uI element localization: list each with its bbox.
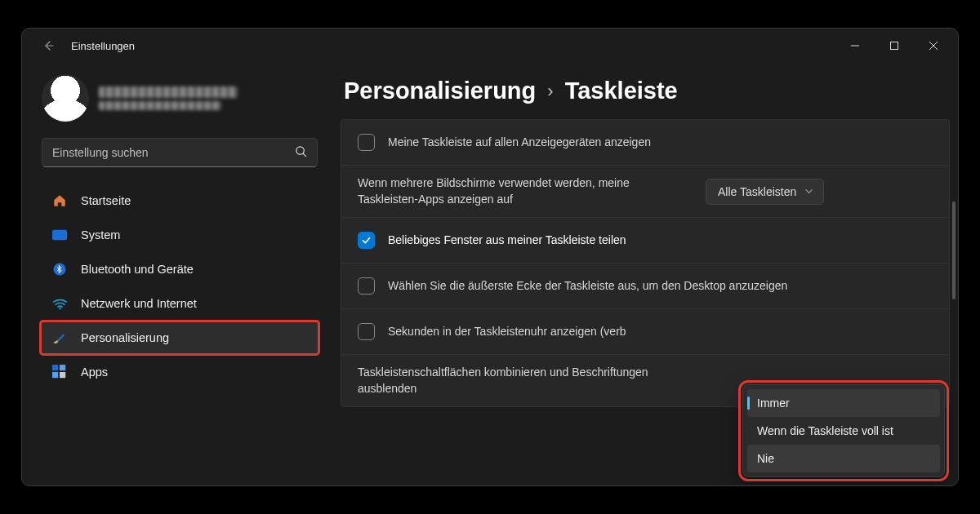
search-icon — [295, 145, 307, 161]
chevron-right-icon: › — [547, 81, 553, 102]
breadcrumb-parent[interactable]: Personalisierung — [344, 78, 536, 104]
sidebar-item-personalization[interactable]: Personalisierung — [42, 322, 318, 353]
popup-item-label: Nie — [757, 452, 774, 465]
window-title: Einstellungen — [71, 40, 135, 52]
row-label: Taskleistenschaltflächen kombinieren und… — [358, 365, 693, 397]
checkbox[interactable] — [358, 232, 375, 249]
row-clock-seconds[interactable]: Sekunden in der Taskleistenuhr anzeigen … — [341, 309, 949, 355]
sidebar-item-apps[interactable]: Apps — [42, 357, 318, 388]
profile-email-redacted — [99, 101, 221, 110]
search-input[interactable] — [52, 146, 295, 159]
checkbox[interactable] — [358, 134, 375, 151]
svg-rect-2 — [52, 230, 67, 241]
sidebar-item-label: System — [81, 228, 120, 241]
apps-icon — [51, 364, 68, 380]
popup-item-never[interactable]: Nie — [747, 445, 940, 472]
row-share-window[interactable]: Beliebiges Fenster aus meiner Taskleiste… — [341, 218, 949, 264]
row-far-corner-desktop[interactable]: Wählen Sie die äußerste Ecke der Tasklei… — [341, 264, 949, 309]
breadcrumb: Personalisierung › Taskleiste — [341, 74, 950, 119]
svg-rect-5 — [52, 365, 58, 370]
svg-rect-7 — [52, 372, 58, 378]
arrow-left-icon — [42, 39, 55, 52]
sidebar-item-label: Personalisierung — [81, 331, 169, 344]
svg-point-1 — [296, 146, 304, 153]
close-icon — [929, 41, 938, 51]
svg-rect-6 — [60, 365, 65, 370]
profile-block[interactable] — [42, 69, 318, 138]
select-all-taskbars[interactable]: Alle Taskleisten — [706, 179, 824, 205]
breadcrumb-current: Taskleiste — [565, 78, 678, 104]
close-button[interactable] — [914, 30, 953, 61]
profile-name-redacted — [99, 86, 238, 98]
bluetooth-icon — [51, 261, 68, 277]
system-icon — [51, 227, 68, 243]
row-label: Wenn mehrere Bildschirme verwendet werde… — [358, 175, 693, 207]
sidebar-item-label: Apps — [81, 366, 108, 379]
popup-item-label: Immer — [757, 397, 790, 410]
settings-list: Meine Taskleiste auf allen Anzeigegeräte… — [341, 119, 950, 407]
check-icon — [361, 235, 372, 246]
sidebar: Startseite System Bluetooth und Geräte — [22, 63, 332, 485]
titlebar: Einstellungen — [22, 29, 958, 63]
select-value: Alle Taskleisten — [718, 185, 796, 198]
brush-icon — [51, 330, 68, 346]
wifi-icon — [51, 295, 68, 312]
svg-point-4 — [59, 307, 60, 308]
sidebar-item-label: Netzwerk und Internet — [81, 297, 197, 310]
sidebar-item-label: Startseite — [81, 194, 131, 207]
main-panel: Personalisierung › Taskleiste Meine Task… — [332, 63, 958, 485]
row-label: Beliebiges Fenster aus meiner Taskleiste… — [388, 233, 933, 249]
row-label: Wählen Sie die äußerste Ecke der Tasklei… — [388, 278, 813, 295]
popup-item-when-full[interactable]: Wenn die Taskleiste voll ist — [747, 417, 940, 445]
chevron-down-icon — [804, 185, 813, 198]
sidebar-item-network[interactable]: Netzwerk und Internet — [42, 288, 318, 319]
row-label: Sekunden in der Taskleistenuhr anzeigen … — [388, 324, 933, 340]
row-show-on-all-displays[interactable]: Meine Taskleiste auf allen Anzeigegeräte… — [341, 120, 949, 166]
search-box[interactable] — [42, 138, 318, 167]
sidebar-item-bluetooth[interactable]: Bluetooth und Geräte — [42, 254, 318, 285]
maximize-icon — [889, 41, 899, 51]
sidebar-item-system[interactable]: System — [42, 219, 318, 250]
sidebar-item-label: Bluetooth und Geräte — [81, 263, 194, 276]
checkbox[interactable] — [358, 277, 375, 295]
svg-rect-0 — [891, 42, 898, 50]
profile-text — [99, 86, 238, 110]
row-multi-monitor-apps: Wenn mehrere Bildschirme verwendet werde… — [341, 166, 949, 218]
minimize-icon — [850, 41, 860, 51]
minimize-button[interactable] — [835, 30, 875, 61]
sidebar-item-home[interactable]: Startseite — [42, 185, 318, 216]
nav: Startseite System Bluetooth und Geräte — [42, 185, 318, 388]
popup-item-label: Wenn die Taskleiste voll ist — [757, 424, 893, 437]
maximize-button[interactable] — [875, 30, 914, 61]
window-controls — [835, 30, 953, 61]
scrollbar-thumb[interactable] — [952, 202, 956, 299]
row-label: Meine Taskleiste auf allen Anzeigegeräte… — [388, 135, 933, 151]
back-button[interactable] — [38, 36, 58, 55]
home-icon — [51, 193, 68, 209]
checkbox[interactable] — [358, 323, 375, 340]
settings-window: Einstellungen — [21, 28, 959, 486]
avatar — [42, 74, 89, 122]
popup-item-always[interactable]: Immer — [747, 389, 940, 417]
combine-dropdown-popup: Immer Wenn die Taskleiste voll ist Nie — [742, 384, 945, 477]
svg-rect-8 — [60, 372, 65, 378]
